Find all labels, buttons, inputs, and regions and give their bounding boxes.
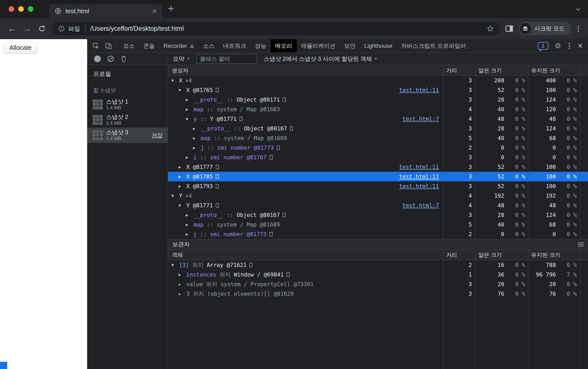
source-link[interactable]: test.html:11 <box>399 181 443 191</box>
constructor-row[interactable]: ▶__proto__ :: Object @801673280 %1240 % <box>168 124 588 133</box>
new-tab-button[interactable]: + <box>168 3 174 15</box>
reveal-box-icon[interactable] <box>216 88 219 92</box>
device-toolbar-icon[interactable] <box>102 39 115 52</box>
column-object[interactable]: 객체 <box>168 250 443 260</box>
minimize-window-button[interactable] <box>18 6 24 12</box>
bookmark-star-icon[interactable] <box>487 25 494 32</box>
reload-button[interactable] <box>35 22 49 36</box>
reveal-box-icon[interactable] <box>290 126 293 131</box>
column-retained-size[interactable]: 유지된 크기 <box>528 65 580 76</box>
class-filter-input[interactable] <box>196 54 257 64</box>
retainer-row[interactable]: ▼[3] 위치 Array @716212160 %7880 % <box>168 260 588 270</box>
back-button[interactable]: ← <box>5 22 19 36</box>
expand-arrow-icon[interactable]: ▶ <box>193 124 201 133</box>
collapse-arrow-icon[interactable]: ▼ <box>186 114 193 124</box>
constructor-row[interactable]: ▼X×432080 %4000 % <box>168 76 588 85</box>
expand-arrow-icon[interactable]: ▶ <box>178 172 186 181</box>
source-link[interactable]: test.html:7 <box>402 201 443 210</box>
reveal-box-icon[interactable] <box>270 155 273 160</box>
reveal-box-icon[interactable] <box>249 263 253 267</box>
expand-arrow-icon[interactable]: ▶ <box>193 143 201 153</box>
reveal-box-icon[interactable] <box>240 117 243 121</box>
zoom-window-button[interactable] <box>28 6 33 12</box>
reveal-box-icon[interactable] <box>277 146 280 150</box>
expand-arrow-icon[interactable]: ▶ <box>178 270 186 279</box>
expand-arrow-icon[interactable]: ▶ <box>193 133 201 143</box>
devtools-tab[interactable]: Lighthouse <box>360 39 397 52</box>
delete-profile-icon[interactable] <box>120 55 127 62</box>
clear-profiles-button[interactable] <box>108 56 114 62</box>
snapshot-item[interactable]: 스냅샷 31.4 MB저장 <box>87 128 168 143</box>
expand-arrow-icon[interactable]: ▶ <box>186 104 193 114</box>
side-panel-icon[interactable] <box>505 25 513 32</box>
browser-menu-kebab-icon[interactable] <box>574 26 583 32</box>
collapse-arrow-icon[interactable]: ▼ <box>178 85 186 95</box>
retainer-row[interactable]: ▶3 위치 (object elements)[] @816293760 %76… <box>168 289 588 299</box>
constructor-row[interactable]: ▼Y @81771test.html:74480 %480 % <box>168 201 588 210</box>
retainers-header[interactable]: 객체 거리 얕은 크기 유지된 크기 <box>168 250 588 260</box>
inspect-element-icon[interactable] <box>90 39 102 52</box>
snapshot-save-link[interactable]: 저장 <box>152 132 164 139</box>
browser-tab[interactable]: test.html × <box>49 4 162 18</box>
reveal-box-icon[interactable] <box>270 232 273 236</box>
devtools-menu-kebab-icon[interactable] <box>565 43 574 49</box>
expand-arrow-icon[interactable]: ▶ <box>178 289 186 299</box>
issues-counter-icon[interactable]: 1 <box>538 42 549 50</box>
source-link[interactable]: test.html:11 <box>399 85 443 95</box>
constructor-row[interactable]: ▶map :: system / Map @816895400 %680 % <box>168 220 588 229</box>
source-link[interactable]: test.html:11 <box>399 162 443 172</box>
expand-arrow-icon[interactable]: ▶ <box>186 210 193 220</box>
record-heap-snapshot-button[interactable] <box>94 55 101 62</box>
constructor-row[interactable]: ▶j :: smi number @81773200 %00 % <box>168 143 588 153</box>
column-distance[interactable]: 거리 <box>443 65 475 76</box>
constructor-row[interactable]: ▼y :: Y @81771test.html:74480 %480 % <box>168 114 588 124</box>
devtools-tab[interactable]: 성능 <box>251 39 271 52</box>
devtools-tab[interactable]: Recorder <box>159 39 199 52</box>
allocation-range-dropdown[interactable]: 스냅샷 2에서 스냅샷 3 사이에 할당된 객체 ▼ <box>264 55 378 63</box>
retainer-row[interactable]: ▶instances 위치 Window / @698411360 %96 79… <box>168 270 588 279</box>
constructor-row[interactable]: ▶i :: smi number @81767300 %00 % <box>168 153 588 162</box>
reveal-box-icon[interactable] <box>286 272 290 277</box>
expand-arrow-icon[interactable]: ▶ <box>178 181 186 191</box>
expand-arrow-icon[interactable]: ▶ <box>186 153 193 162</box>
devtools-tab[interactable]: 소스 <box>199 39 219 52</box>
reveal-box-icon[interactable] <box>216 184 219 188</box>
source-link[interactable]: test.html:11 <box>399 172 443 181</box>
column-shallow-size[interactable]: 얕은 크기 <box>475 65 528 76</box>
allocate-button[interactable]: Allocate <box>4 42 37 53</box>
devtools-tab[interactable]: 메모리 <box>271 39 297 52</box>
constructor-row[interactable]: ▶X @81785test.html:113520 %1000 % <box>168 172 588 181</box>
constructor-row[interactable]: ▶map :: system / Map @816834400 %1200 % <box>168 104 588 114</box>
expand-arrow-icon[interactable]: ▶ <box>186 229 193 239</box>
constructor-row[interactable]: ▶X @81793test.html:113520 %1000 % <box>168 181 588 191</box>
settings-gear-icon[interactable]: ⚙ <box>552 41 564 50</box>
constructor-row[interactable]: ▼Y×441920 %1920 % <box>168 191 588 201</box>
constructors-header[interactable]: 생성자 거리 얕은 크기 유지된 크기 <box>168 65 588 76</box>
url-bar[interactable]: 파일 /Users/yceffort/Desktop/test.html <box>52 22 500 35</box>
reveal-box-icon[interactable] <box>283 213 286 217</box>
constructor-row[interactable]: ▼X @81765test.html:113520 %1000 % <box>168 85 588 95</box>
expand-arrow-icon[interactable]: ▶ <box>178 279 186 289</box>
retainers-menu-icon[interactable] <box>578 242 584 246</box>
snapshot-item[interactable]: 스냅샷 21.4 MB <box>87 112 168 128</box>
devtools-close-icon[interactable]: × <box>575 41 585 50</box>
constructor-row[interactable]: ▶X @81777test.html:113520 %1000 % <box>168 162 588 172</box>
perspective-dropdown[interactable]: 요약 ▼ <box>173 55 190 63</box>
devtools-tab[interactable]: 요소 <box>119 39 139 52</box>
constructor-row[interactable]: ▶map :: system / Map @816895400 %680 % <box>168 133 588 143</box>
snapshot-item[interactable]: 스냅샷 11.4 MB <box>87 97 168 112</box>
reveal-box-icon[interactable] <box>216 165 219 169</box>
collapse-arrow-icon[interactable]: ▼ <box>171 260 179 270</box>
devtools-tab[interactable]: 자바스크립트 프로파일러 <box>397 39 470 52</box>
tab-search-chevron-icon[interactable] <box>575 6 582 14</box>
constructor-row[interactable]: ▶__proto__ :: Object @801713280 %1240 % <box>168 95 588 104</box>
reveal-box-icon[interactable] <box>216 174 219 179</box>
tab-close-icon[interactable]: × <box>152 7 157 15</box>
expand-arrow-icon[interactable]: ▶ <box>186 95 193 104</box>
column-retained-size[interactable]: 유지된 크기 <box>528 250 580 260</box>
forward-button[interactable]: → <box>20 22 34 36</box>
devtools-tab[interactable]: 콘솔 <box>139 39 159 52</box>
devtools-tab[interactable]: 보안 <box>340 39 360 52</box>
constructor-row[interactable]: ▶j :: smi number @81773200 %00 % <box>168 229 588 239</box>
column-constructor[interactable]: 생성자 <box>168 65 443 76</box>
